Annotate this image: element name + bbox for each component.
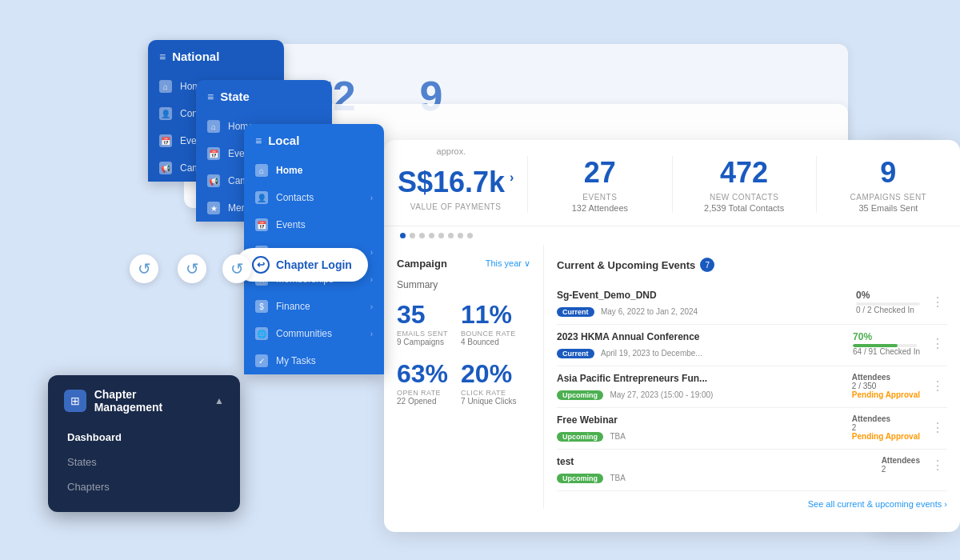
state-title: State: [220, 90, 250, 103]
open-rate-value: 63%: [397, 359, 448, 389]
event-right-4: Attendees 2 Pending Approval ⋮: [852, 414, 947, 441]
event-progress-1: 0% 0 / 2 Checked In: [856, 290, 920, 314]
dot-1[interactable]: [400, 233, 406, 238]
events-icon: 📅: [159, 134, 172, 147]
local-contacts[interactable]: 👤 Contacts ›: [244, 184, 384, 211]
event-menu-5[interactable]: ⋮: [928, 458, 947, 473]
events-title: Current & Upcoming Events: [557, 259, 695, 271]
local-finance[interactable]: $ Finance ›: [244, 293, 384, 320]
chapter-mgmt-chevron-icon[interactable]: ▲: [214, 395, 224, 406]
dot-4[interactable]: [429, 233, 434, 238]
local-hamburger-icon[interactable]: ≡: [255, 134, 262, 147]
nav-arrow-2[interactable]: ↺: [178, 254, 206, 283]
local-header: ≡ Local: [244, 124, 384, 157]
event-left-4: Free Webinar Upcoming TBA: [557, 414, 852, 442]
local-home[interactable]: ⌂ Home: [244, 157, 384, 184]
campaign-header: Campaign This year ∨: [397, 258, 530, 270]
national-title: National: [172, 50, 219, 63]
event-left-1: Sg-Event_Demo_DND Current May 6, 2022 to…: [557, 290, 856, 318]
this-year-filter[interactable]: This year ∨: [486, 258, 530, 269]
event-name-2: 2023 HKMA Annual Conference: [557, 331, 853, 342]
chapter-menu-states[interactable]: States: [64, 450, 224, 474]
event-date-1: May 6, 2022 to Jan 2, 2024: [601, 307, 698, 316]
bounce-rate-stat: 11% BOUNCE RATE 4 Bounced: [461, 300, 516, 346]
local-events-icon: 📅: [255, 218, 268, 231]
event-left-3: Asia Pacific Entrepreneurs Fun... Upcomi…: [557, 373, 852, 401]
event-badge-5: Upcoming: [557, 474, 603, 483]
dot-8[interactable]: [467, 233, 473, 238]
event-date-2: April 19, 2023 to Decembe...: [601, 349, 702, 358]
dot-5[interactable]: [438, 233, 444, 238]
open-rate-sub: 22 Opened: [397, 397, 448, 406]
campaigns-sub: 35 Emails Sent: [830, 203, 947, 213]
event-progress-2: 70% 64 / 91 Checked In: [853, 331, 920, 356]
local-tasks[interactable]: ✓ My Tasks: [244, 347, 384, 374]
bounce-rate-label: BOUNCE RATE: [461, 330, 516, 338]
event-left-2: 2023 HKMA Annual Conference Current Apri…: [557, 331, 853, 359]
approx-label: approx.: [437, 146, 466, 156]
chapter-management-dropdown: ⊞ Chapter Management ▲ Dashboard States …: [48, 375, 240, 512]
event-name-1: Sg-Event_Demo_DND: [557, 290, 856, 301]
login-icon: ↩: [252, 256, 270, 274]
state-hamburger-icon[interactable]: ≡: [207, 90, 214, 103]
event-right-2: 70% 64 / 91 Checked In ⋮: [853, 331, 947, 356]
emails-sent-sub: 9 Campaigns: [397, 338, 448, 346]
chapter-mgmt-icon: ⊞: [64, 390, 86, 412]
stat-events-value: 27: [541, 156, 658, 190]
event-menu-2[interactable]: ⋮: [928, 336, 947, 351]
home-icon: ⌂: [159, 80, 172, 93]
event-right-1: 0% 0 / 2 Checked In ⋮: [856, 290, 947, 314]
local-events[interactable]: 📅 Events: [244, 211, 384, 238]
see-all-events[interactable]: See all current & upcoming events ›: [557, 499, 947, 509]
event-row: Asia Pacific Entrepreneurs Fun... Upcomi…: [557, 366, 947, 408]
event-badge-3: Upcoming: [557, 390, 603, 400]
chapter-menu-chapters[interactable]: Chapters: [64, 474, 224, 499]
content-area: Campaign This year ∨ Summary 35 EMAILS S…: [384, 245, 960, 509]
chapter-login-button[interactable]: ↩ Chapter Login: [236, 248, 368, 282]
nav-arrow-3[interactable]: ↺: [222, 254, 251, 283]
campaign-panel: Campaign This year ∨ Summary 35 EMAILS S…: [384, 245, 544, 509]
campaigns-label: CAMPAIGNS SENT: [830, 193, 947, 202]
event-badge-2: Current: [557, 349, 594, 358]
event-menu-1[interactable]: ⋮: [928, 294, 947, 310]
state-home-icon: ⌂: [207, 120, 220, 133]
event-row: Sg-Event_Demo_DND Current May 6, 2022 to…: [557, 283, 947, 325]
bounce-rate-sub: 4 Bounced: [461, 338, 516, 346]
event-attendees-3: Attendees 2 / 350 Pending Approval: [852, 373, 920, 399]
events-label: EVENTS: [541, 193, 658, 202]
event-date-3: May 27, 2023 (15:00 - 19:00): [610, 390, 713, 399]
dot-7[interactable]: [458, 233, 463, 238]
chapter-mgmt-header: ⊞ Chapter Management ▲: [64, 388, 224, 414]
campaign-emails-stats: 35 EMAILS SENT 9 Campaigns 11% BOUNCE RA…: [397, 300, 530, 346]
local-communities[interactable]: 🌐 Communities ›: [244, 320, 384, 347]
payments-chevron[interactable]: ›: [510, 170, 514, 185]
event-row: test Upcoming TBA Attendees 2 ⋮: [557, 450, 947, 491]
stat-contacts: 472 NEW CONTACTS 2,539 Total Contacts: [673, 156, 817, 213]
national-hamburger-icon[interactable]: ≡: [159, 50, 166, 63]
local-finance-icon: $: [255, 300, 268, 313]
open-rate-stat: 63% OPEN RATE 22 Opened: [397, 359, 448, 406]
emails-sent-value: 35: [397, 300, 448, 330]
event-menu-4[interactable]: ⋮: [928, 420, 947, 435]
event-date-5: TBA: [610, 474, 625, 482]
event-menu-3[interactable]: ⋮: [928, 378, 947, 394]
event-row: Free Webinar Upcoming TBA Attendees 2 Pe…: [557, 408, 947, 450]
event-meta-3: Upcoming May 27, 2023 (15:00 - 19:00): [557, 386, 852, 401]
national-header: ≡ National: [148, 40, 284, 73]
stats-row: approx. S$16.7k › VALUE OF PAYMENTS 27 E…: [384, 140, 960, 226]
dot-6[interactable]: [448, 233, 454, 238]
dot-3[interactable]: [419, 233, 425, 238]
events-count: 7: [700, 258, 714, 272]
state-campaigns-icon: 📢: [207, 174, 220, 187]
stat-payments-value: approx. S$16.7k ›: [397, 156, 514, 199]
campaigns-icon: 📢: [159, 162, 172, 174]
nav-arrow-1[interactable]: ↺: [130, 254, 158, 283]
campaign-title: Campaign: [397, 258, 447, 270]
local-title: Local: [268, 134, 299, 147]
payments-label: VALUE OF PAYMENTS: [397, 202, 514, 211]
local-tasks-icon: ✓: [255, 354, 268, 367]
emails-sent-stat: 35 EMAILS SENT 9 Campaigns: [397, 300, 448, 346]
chapter-menu-dashboard[interactable]: Dashboard: [64, 425, 224, 450]
dot-2[interactable]: [410, 233, 415, 238]
events-sub: 132 Attendees: [541, 203, 658, 213]
